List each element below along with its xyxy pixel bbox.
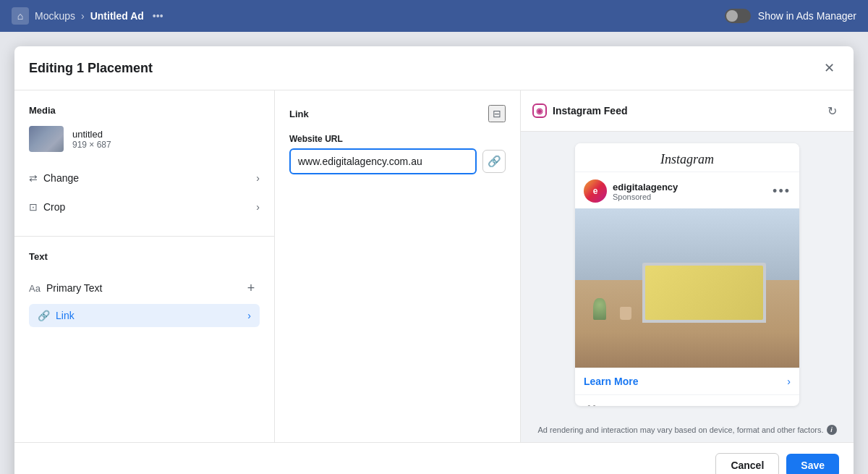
- more-options-icon[interactable]: •••: [153, 10, 163, 22]
- laptop-body: [642, 263, 766, 323]
- show-in-ads-manager-toggle[interactable]: [725, 9, 751, 23]
- ig-action-left-icons: ♡ ○ ▷: [585, 402, 638, 406]
- ig-actions-row: ♡ ○ ▷ ⊠: [575, 395, 799, 406]
- modal-footer: Cancel Save: [14, 442, 854, 474]
- crop-media-row[interactable]: ⊡ Crop ›: [29, 192, 260, 221]
- ig-post-header: e edigitalagency Sponsored •••: [575, 172, 799, 208]
- breadcrumb-separator: ›: [81, 10, 85, 22]
- save-button[interactable]: Save: [786, 454, 839, 474]
- add-primary-text-button[interactable]: +: [242, 279, 260, 297]
- ig-like-icon[interactable]: ♡: [585, 402, 598, 406]
- home-icon[interactable]: ⌂: [12, 7, 29, 25]
- change-media-row[interactable]: ⇄ Change ›: [29, 164, 260, 192]
- media-info: untitled 919 × 687: [72, 129, 111, 150]
- change-chevron-icon: ›: [256, 172, 260, 184]
- link-row-icon: 🔗: [38, 310, 50, 321]
- link-row[interactable]: 🔗 Link ›: [29, 304, 260, 327]
- media-item: untitled 919 × 687: [29, 126, 260, 152]
- crop-label: Crop: [43, 201, 65, 213]
- ig-share-icon[interactable]: ▷: [627, 402, 638, 406]
- change-label-row: ⇄ Change: [29, 172, 79, 184]
- website-url-label: Website URL: [289, 134, 506, 144]
- ig-learn-more-row: Learn More ›: [575, 368, 799, 395]
- primary-text-label: Primary Text: [46, 282, 103, 294]
- link-row-chevron-icon: ›: [247, 310, 251, 321]
- change-label: Change: [43, 172, 79, 184]
- refresh-preview-button[interactable]: ↻: [822, 101, 842, 121]
- ig-username: edigitalagency: [613, 182, 678, 192]
- change-icon: ⇄: [29, 172, 38, 184]
- preview-note: Ad rendering and interaction may vary ba…: [521, 418, 854, 442]
- breadcrumb-mockups[interactable]: Mockups: [35, 10, 75, 22]
- ig-sponsored-label: Sponsored: [613, 192, 678, 201]
- website-url-input[interactable]: [289, 148, 477, 174]
- instagram-brand-header: Instagram: [575, 143, 799, 172]
- text-section: Text Aa Primary Text + 🔗 Link ›: [14, 237, 274, 342]
- preview-platform-label: Instagram Feed: [553, 105, 627, 117]
- ig-save-icon[interactable]: ⊠: [777, 402, 789, 406]
- url-input-row: 🔗: [289, 148, 506, 174]
- link-copy-button[interactable]: 🔗: [482, 150, 506, 173]
- breadcrumb-current-page[interactable]: Untitled Ad: [90, 10, 144, 22]
- plant-left: [593, 298, 606, 320]
- modal-close-button[interactable]: ✕: [819, 58, 839, 78]
- crop-icon: ⊡: [29, 201, 38, 213]
- ig-user-info: edigitalagency Sponsored: [613, 182, 678, 201]
- media-section-title: Media: [29, 105, 260, 116]
- preview-header: ◉ Instagram Feed ↻: [521, 90, 854, 132]
- media-thumb-image: [29, 126, 64, 152]
- info-icon[interactable]: i: [827, 425, 837, 435]
- primary-text-row: Aa Primary Text +: [29, 272, 260, 304]
- coffee-cup: [620, 307, 631, 320]
- link-section-title: Link: [289, 109, 309, 119]
- preview-content: Instagram e edigitalagency Sponsored •••: [521, 132, 854, 418]
- top-bar: ⌂ Mockups › Untitled Ad ••• Show in Ads …: [0, 0, 868, 32]
- editing-placement-modal: Editing 1 Placement ✕ Media untitled 919: [14, 46, 854, 474]
- laptop-screen: [645, 266, 763, 321]
- media-dimensions: 919 × 687: [72, 140, 111, 150]
- middle-panel: Link ⊟ Website URL 🔗: [275, 90, 521, 442]
- ads-manager-toggle-row: Show in Ads Manager: [725, 9, 856, 23]
- media-filename: untitled: [72, 129, 111, 140]
- cancel-button[interactable]: Cancel: [715, 453, 779, 474]
- crop-chevron-icon: ›: [256, 201, 260, 213]
- modal-title: Editing 1 Placement: [29, 61, 153, 76]
- right-panel: ◉ Instagram Feed ↻ Instagram e: [521, 90, 854, 442]
- link-row-label: Link: [56, 310, 75, 321]
- learn-more-label[interactable]: Learn More: [584, 376, 638, 387]
- primary-text-label-row: Aa Primary Text: [29, 282, 102, 294]
- learn-more-chevron-icon: ›: [787, 376, 791, 387]
- modal-overlay: Editing 1 Placement ✕ Media untitled 919: [0, 32, 868, 474]
- modal-header: Editing 1 Placement ✕: [14, 46, 854, 90]
- ig-post-user: e edigitalagency Sponsored: [584, 179, 678, 203]
- ig-more-options-icon[interactable]: •••: [773, 184, 791, 199]
- desk-scene-illustration: [575, 208, 799, 368]
- media-thumbnail: [29, 126, 64, 152]
- link-row-left: 🔗 Link: [38, 310, 75, 321]
- ig-comment-icon[interactable]: ○: [608, 403, 617, 407]
- modal-body: Media untitled 919 × 687 ⇄ Chan: [14, 90, 854, 442]
- breadcrumb: ⌂ Mockups › Untitled Ad •••: [12, 7, 163, 25]
- collapse-link-button[interactable]: ⊟: [488, 105, 506, 122]
- crop-label-row: ⊡ Crop: [29, 201, 65, 213]
- preview-title-row: ◉ Instagram Feed: [532, 103, 627, 118]
- primary-text-icon: Aa: [29, 283, 41, 294]
- preview-note-text: Ad rendering and interaction may vary ba…: [538, 426, 824, 434]
- media-section: Media untitled 919 × 687 ⇄ Chan: [14, 90, 274, 237]
- toggle-knob: [726, 10, 738, 22]
- instagram-card: Instagram e edigitalagency Sponsored •••: [575, 143, 799, 406]
- link-section-header: Link ⊟: [289, 105, 506, 122]
- ig-post-image: [575, 208, 799, 368]
- show-in-ads-manager-label: Show in Ads Manager: [758, 10, 856, 22]
- ig-avatar: e: [584, 179, 607, 203]
- instagram-icon: ◉: [532, 103, 547, 118]
- text-section-title: Text: [29, 251, 260, 262]
- left-panel: Media untitled 919 × 687 ⇄ Chan: [14, 90, 275, 442]
